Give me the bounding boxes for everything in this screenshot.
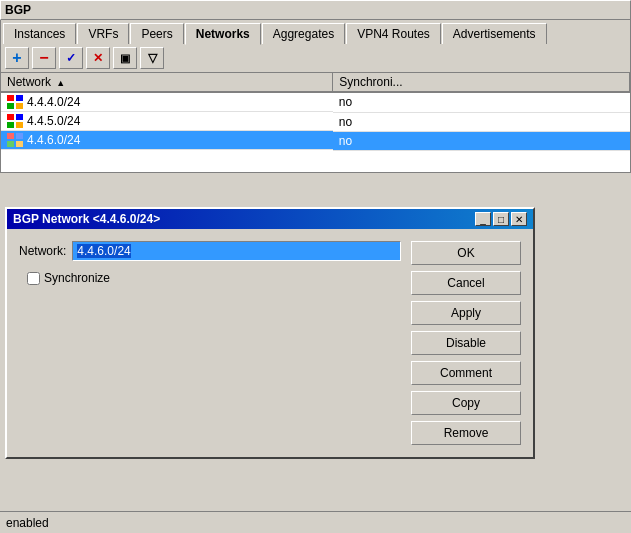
- dialog-title: BGP Network <4.4.6.0/24>: [13, 212, 160, 226]
- svg-rect-2: [7, 103, 14, 109]
- disable-button[interactable]: Disable: [411, 331, 521, 355]
- tab-advertisements[interactable]: Advertisements: [442, 23, 547, 44]
- filter-button[interactable]: ▽: [140, 47, 164, 69]
- svg-rect-11: [16, 141, 23, 147]
- network-label: Network:: [19, 244, 66, 258]
- tab-peers[interactable]: Peers: [130, 23, 183, 44]
- network-input[interactable]: [72, 241, 401, 261]
- synchronize-checkbox[interactable]: [27, 272, 40, 285]
- col-network[interactable]: Network ▲: [1, 73, 333, 92]
- status-text: enabled: [6, 516, 49, 530]
- network-table: Network ▲ Synchroni...: [0, 73, 631, 173]
- cancel-button[interactable]: ✕: [86, 47, 110, 69]
- status-bar: enabled: [0, 511, 631, 533]
- copy-button[interactable]: Copy: [411, 391, 521, 415]
- svg-rect-1: [16, 95, 23, 101]
- cancel-button[interactable]: Cancel: [411, 271, 521, 295]
- dialog-maximize-button[interactable]: □: [493, 212, 509, 226]
- ok-button[interactable]: OK: [411, 241, 521, 265]
- svg-rect-10: [7, 141, 14, 147]
- svg-rect-8: [7, 133, 14, 139]
- tab-instances[interactable]: Instances: [3, 23, 76, 44]
- svg-rect-9: [16, 133, 23, 139]
- dialog-buttons: OK Cancel Apply Disable Comment Copy Rem…: [411, 241, 521, 445]
- dialog-content: Network: Synchronize OK Cancel Apply Dis…: [7, 229, 533, 457]
- copy-button[interactable]: ▣: [113, 47, 137, 69]
- svg-rect-6: [7, 122, 14, 128]
- window-title: BGP: [0, 0, 631, 20]
- remove-button[interactable]: Remove: [411, 421, 521, 445]
- apply-button[interactable]: ✓: [59, 47, 83, 69]
- tab-vrfs[interactable]: VRFs: [77, 23, 129, 44]
- dialog-title-bar: BGP Network <4.4.6.0/24> _ □ ✕: [7, 209, 533, 229]
- dialog-close-button[interactable]: ✕: [511, 212, 527, 226]
- svg-rect-4: [7, 114, 14, 120]
- table-row[interactable]: 4.4.6.0/24 no: [1, 131, 630, 150]
- col-synchronize[interactable]: Synchroni...: [333, 73, 630, 92]
- sort-arrow: ▲: [56, 78, 65, 88]
- table-row[interactable]: 4.4.5.0/24 no: [1, 112, 630, 131]
- tab-aggregates[interactable]: Aggregates: [262, 23, 345, 44]
- dialog-controls: _ □ ✕: [475, 212, 527, 226]
- toolbar: + − ✓ ✕ ▣ ▽: [0, 44, 631, 73]
- dialog-minimize-button[interactable]: _: [475, 212, 491, 226]
- dialog-form: Network: Synchronize: [19, 241, 401, 445]
- network-icon: [7, 95, 23, 109]
- bgp-network-dialog: BGP Network <4.4.6.0/24> _ □ ✕ Network: …: [5, 207, 535, 459]
- table-row[interactable]: 4.4.4.0/24 no: [1, 92, 630, 112]
- network-field-row: Network:: [19, 241, 401, 261]
- svg-rect-3: [16, 103, 23, 109]
- svg-rect-5: [16, 114, 23, 120]
- delete-button[interactable]: −: [32, 47, 56, 69]
- network-icon: [7, 133, 23, 147]
- svg-rect-7: [16, 122, 23, 128]
- network-icon: [7, 114, 23, 128]
- apply-button[interactable]: Apply: [411, 301, 521, 325]
- comment-button[interactable]: Comment: [411, 361, 521, 385]
- tab-networks[interactable]: Networks: [185, 23, 261, 45]
- synchronize-row: Synchronize: [27, 271, 401, 285]
- tab-vpn4routes[interactable]: VPN4 Routes: [346, 23, 441, 44]
- add-button[interactable]: +: [5, 47, 29, 69]
- synchronize-label: Synchronize: [44, 271, 110, 285]
- tab-bar: Instances VRFs Peers Networks Aggregates…: [0, 20, 631, 44]
- svg-rect-0: [7, 95, 14, 101]
